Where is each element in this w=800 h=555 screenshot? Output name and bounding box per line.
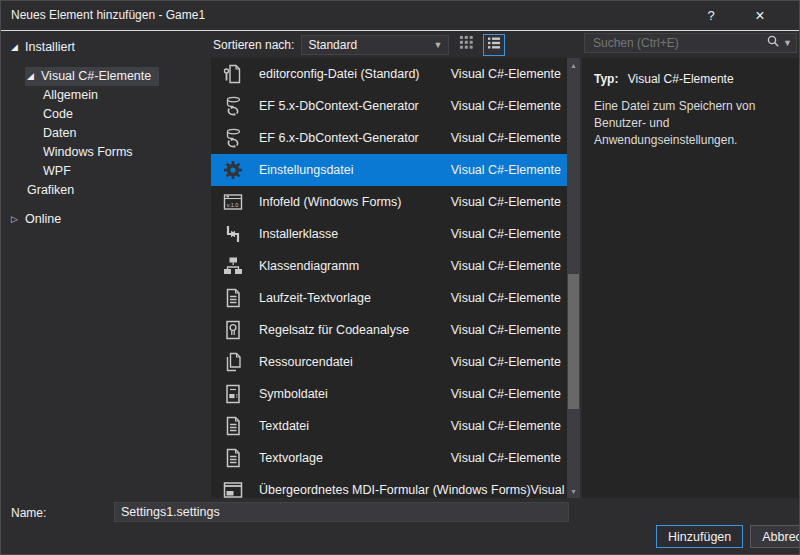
class-diagram-icon (221, 255, 245, 277)
sidebar-item-installiert[interactable]: ◢Installiert (1, 38, 209, 57)
text-document-icon (221, 287, 245, 309)
list-scrollbar[interactable]: ▲ ▼ (567, 58, 580, 498)
list-item[interactable]: EF 6.x-DbContext-GeneratorVisual C#-Elem… (211, 122, 567, 154)
list-item[interactable]: TextdateiVisual C#-Elemente (211, 410, 567, 442)
sidebar-item-allgemein[interactable]: Allgemein (1, 86, 209, 105)
list-item-category: Visual C#-Elemente (451, 227, 561, 241)
list-item[interactable]: Regelsatz für CodeanalyseVisual C#-Eleme… (211, 314, 567, 346)
sidebar-item-visual-c-elemente[interactable]: ◢Visual C#-Elemente (1, 67, 209, 86)
sidebar-item-daten[interactable]: Daten (1, 124, 209, 143)
scrollbar-thumb[interactable] (568, 274, 579, 409)
list-item-label: Symboldatei (259, 387, 328, 401)
list-item[interactable]: Übergeordnetes MDI-Formular (Windows For… (211, 474, 567, 498)
add-new-item-dialog: Neues Element hinzufügen - Game1 ? × ◢In… (0, 0, 800, 555)
details-panel: Typ: Visual C#-Elemente Eine Datei zum S… (582, 58, 800, 498)
dialog-buttons: Hinzufügen Abbrechen (656, 525, 800, 548)
sort-bar: Sortieren nach: Standard ▼ (213, 32, 505, 57)
list-item-label: Textvorlage (259, 451, 323, 465)
small-icons-view-button[interactable] (456, 35, 476, 55)
chevron-down-icon: ▼ (433, 40, 442, 50)
list-item-label: Ressourcendatei (259, 355, 353, 369)
list-item[interactable]: KlassendiagrammVisual C#-Elemente (211, 250, 567, 282)
list-item-category: Visual C#-Elemente (451, 291, 561, 305)
list-item-label: Regelsatz für Codeanalyse (259, 323, 409, 337)
image-document-icon (221, 383, 245, 405)
search-options-chevron-icon[interactable]: ▼ (783, 38, 792, 48)
sidebar-item-label: Online (25, 212, 61, 226)
resource-files-icon (221, 351, 245, 373)
type-label: Typ: (594, 72, 618, 86)
sidebar-item-grafiken[interactable]: Grafiken (1, 181, 209, 200)
list-item[interactable]: RessourcendateiVisual C#-Elemente (211, 346, 567, 378)
list-item-category: Visual C#-Elemente (451, 387, 561, 401)
svg-text:v.1.0: v.1.0 (227, 202, 239, 208)
sidebar-item-code[interactable]: Code (1, 105, 209, 124)
list-item-category: Visual C#-Elemente (451, 419, 561, 433)
ruleset-badge-icon (221, 319, 245, 341)
list-item-label: Installerklasse (259, 227, 338, 241)
name-input[interactable] (114, 502, 569, 522)
list-item-category: Visual C#-Elemente (451, 195, 561, 209)
list-view-button[interactable] (483, 34, 505, 56)
list-item[interactable]: EinstellungsdateiVisual C#-Elemente (211, 154, 567, 186)
list-item-category: Visual C#-Elemente (451, 323, 561, 337)
help-button[interactable]: ? (693, 1, 729, 30)
scroll-down-icon[interactable]: ▼ (567, 484, 580, 498)
list-item-category: Visual C#-Elemente (451, 259, 561, 273)
list-item-category: Visual C#-Elemente (451, 451, 561, 465)
list-item[interactable]: SymboldateiVisual C#-Elemente (211, 378, 567, 410)
chevron-collapsed-icon[interactable]: ▷ (11, 211, 25, 227)
about-box-icon: v.1.0 (221, 191, 245, 213)
search-input[interactable] (591, 35, 766, 51)
list-item[interactable]: v.1.0Infofeld (Windows Forms)Visual C#-E… (211, 186, 567, 218)
grid-view-icon (459, 35, 474, 54)
search-icon[interactable] (766, 34, 780, 52)
list-item-label: Einstellungsdatei (259, 163, 354, 177)
close-button[interactable]: × (739, 1, 781, 30)
chevron-expanded-icon[interactable]: ◢ (27, 68, 41, 84)
db-generator-icon (221, 95, 245, 117)
close-icon: × (755, 7, 764, 25)
list-item-label: EF 5.x-DbContext-Generator (259, 99, 419, 113)
sidebar-item-label: Installiert (25, 40, 75, 54)
list-item[interactable]: editorconfig-Datei (Standard)Visual C#-E… (211, 58, 567, 90)
sidebar-item-windows-forms[interactable]: Windows Forms (1, 143, 209, 162)
sort-dropdown[interactable]: Standard ▼ (301, 35, 449, 55)
list-item[interactable]: EF 5.x-DbContext-GeneratorVisual C#-Elem… (211, 90, 567, 122)
list-item-category: Visual C#-Elemente (451, 163, 561, 177)
list-item[interactable]: InstallerklasseVisual C#-Elemente (211, 218, 567, 250)
search-box: ▼ (584, 33, 797, 53)
name-label: Name: (11, 506, 46, 520)
chevron-expanded-icon[interactable]: ◢ (11, 39, 25, 55)
template-description: Eine Datei zum Speichern von Benutzer- u… (594, 98, 794, 148)
gear-icon (221, 159, 245, 181)
list-item-category: Visual C#-Elemente (451, 355, 561, 369)
list-item[interactable]: TextvorlageVisual C#-Elemente (211, 442, 567, 474)
mdi-window-icon (221, 479, 245, 498)
list-view-icon (486, 35, 502, 55)
sidebar-item-online[interactable]: ▷Online (1, 210, 209, 229)
list-item-label: Textdatei (259, 419, 309, 433)
editorconfig-file-icon (221, 63, 245, 85)
list-item-label: EF 6.x-DbContext-Generator (259, 131, 419, 145)
list-item-category: Visual C#-Elemente (531, 483, 567, 497)
sidebar-item-wpf[interactable]: WPF (1, 162, 209, 181)
sidebar-item-label: Windows Forms (43, 145, 133, 159)
help-icon: ? (707, 8, 714, 23)
list-item-label: Klassendiagramm (259, 259, 359, 273)
list-item-label: Infofeld (Windows Forms) (259, 195, 401, 209)
title-bar: Neues Element hinzufügen - Game1 ? × (1, 1, 799, 31)
sidebar-item-label: Allgemein (43, 88, 98, 102)
scroll-up-icon[interactable]: ▲ (567, 58, 580, 72)
sort-label: Sortieren nach: (213, 38, 294, 52)
type-value: Visual C#-Elemente (628, 72, 734, 86)
list-item-label: Übergeordnetes MDI-Formular (Windows For… (259, 483, 531, 497)
list-item-label: editorconfig-Datei (Standard) (259, 67, 420, 81)
text-document-icon (221, 415, 245, 437)
list-item[interactable]: Laufzeit-TextvorlageVisual C#-Elemente (211, 282, 567, 314)
cancel-button[interactable]: Abbrechen (750, 525, 800, 548)
installer-arrows-icon (221, 223, 245, 245)
sort-dropdown-value: Standard (308, 38, 357, 52)
category-tree: ◢Installiert◢Visual C#-ElementeAllgemein… (1, 32, 209, 498)
add-button[interactable]: Hinzufügen (656, 525, 743, 548)
